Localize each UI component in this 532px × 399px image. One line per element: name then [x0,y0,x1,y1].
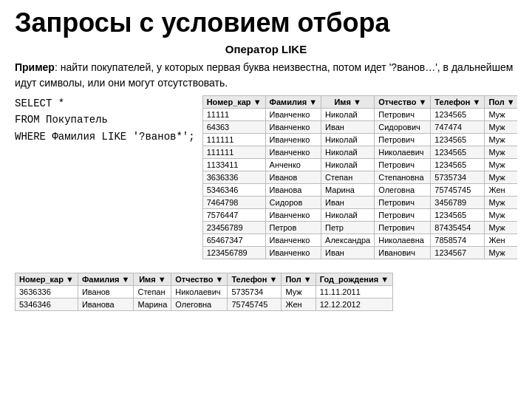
top-table-cell-6-0: 5346346 [202,184,265,197]
code-line-1: SELECT * [15,95,195,112]
table-row: 111111ИванченкоНиколайПетрович1234565Муж… [202,134,517,146]
bottom-table-cell-0-5: Муж [282,286,316,299]
top-table-cell-6-2: Марина [321,184,375,197]
top-table-cell-10-4: 7858574 [431,234,485,247]
table-row: 64363ИванченкоИванСидорович747474Муж03.0… [202,121,517,134]
bottom-table-cell-1-3: Олеговна [171,299,228,311]
top-table-cell-11-3: Иванович [375,247,431,259]
top-table-header-4: Телефон ▼ [431,96,485,109]
top-table-cell-6-3: Олеговна [375,184,431,197]
top-table-cell-10-2: Александра [321,234,375,247]
top-table-cell-3-1: Иванченко [265,146,321,159]
top-table-cell-7-1: Сидоров [265,197,321,209]
top-table-cell-1-0: 64363 [202,121,265,134]
top-table-cell-2-5: Муж [485,134,517,146]
table-row: 111111ИванченкоНиколайНиколаевич1234565М… [202,146,517,159]
top-table-cell-10-1: Иванченко [265,234,321,247]
top-table-cell-6-5: Жен [485,184,517,197]
top-table-cell-7-3: Петрович [375,197,431,209]
top-table-cell-0-3: Петрович [375,109,431,121]
top-table-cell-3-5: Муж [485,146,517,159]
bottom-table-header-1: Фамилия ▼ [78,273,134,286]
top-table-cell-4-3: Петрович [375,159,431,171]
top-table-cell-9-1: Петров [265,222,321,234]
top-table-cell-4-1: Анченко [265,159,321,171]
top-table-cell-8-1: Иванченко [265,209,321,222]
top-table-cell-5-1: Иванов [265,171,321,184]
top-table-cell-7-4: 3456789 [431,197,485,209]
top-table-cell-0-2: Николай [321,109,375,121]
top-table-cell-1-4: 747474 [431,121,485,134]
top-table-cell-3-0: 111111 [202,146,265,159]
table-row: 11111ИванченкоНиколайПетрович1234565Муж0… [202,109,517,121]
top-table-cell-9-2: Петр [321,222,375,234]
top-table-cell-11-1: Иванченко [265,247,321,259]
code-line-3: WHERE Фамилия LIKE '?ванов*'; [15,129,195,145]
top-table-cell-0-5: Муж [485,109,517,121]
bottom-table-cell-0-2: Степан [134,286,171,299]
table-row: 7576447ИванченкоНиколайПетрович1234565Му… [202,209,517,222]
table-row: 1133411АнченкоНиколайПетрович1234565Муж0… [202,159,517,171]
bottom-table: Номер_кар ▼Фамилия ▼Имя ▼Отчество ▼Телеф… [15,273,393,311]
top-table-cell-5-0: 3636336 [202,171,265,184]
top-table-cell-9-4: 87435454 [431,222,485,234]
bottom-table-header-4: Телефон ▼ [228,273,282,286]
operator-label: Оператор LIKE [15,43,517,55]
description-body: : найти покупателей, у которых первая бу… [15,61,513,89]
bottom-table-cell-0-0: 3636336 [16,286,78,299]
bottom-table-cell-1-2: Марина [134,299,171,311]
bottom-section: Номер_кар ▼Фамилия ▼Имя ▼Отчество ▼Телеф… [15,273,517,311]
top-table-cell-3-2: Николай [321,146,375,159]
top-table-cell-7-5: Муж [485,197,517,209]
top-table-cell-9-0: 23456789 [202,222,265,234]
table-row: 3636336ИвановСтепанНиколаевич5735734Муж1… [16,286,393,299]
description-prefix: Пример [15,61,55,73]
bottom-table-header-3: Отчество ▼ [171,273,228,286]
top-table-cell-11-2: Иван [321,247,375,259]
top-table-cell-0-4: 1234565 [431,109,485,121]
bottom-table-cell-0-3: Николаевич [171,286,228,299]
top-table-cell-3-4: 1234565 [431,146,485,159]
top-table-cell-3-3: Николаевич [375,146,431,159]
top-table-cell-2-4: 1234565 [431,134,485,146]
top-table-header-5: Пол ▼ [485,96,517,109]
bottom-table-cell-1-5: Жен [282,299,316,311]
top-table-cell-2-2: Николай [321,134,375,146]
top-table-header-2: Имя ▼ [321,96,375,109]
top-table-cell-4-4: 1234565 [431,159,485,171]
page-title: Запросы с условием отбора [15,7,517,38]
top-table-cell-6-4: 75745745 [431,184,485,197]
bottom-table-header-5: Пол ▼ [282,273,316,286]
top-table-cell-10-5: Жен [485,234,517,247]
top-table-cell-8-2: Николай [321,209,375,222]
top-table-cell-0-1: Иванченко [265,109,321,121]
table-row: 3636336ИвановСтепанСтепановна5735734Муж1… [202,171,517,184]
top-table-cell-8-3: Петрович [375,209,431,222]
top-table-cell-5-5: Муж [485,171,517,184]
code-line-2: FROM Покупатель [15,112,195,128]
description-text: Пример: найти покупателей, у которых пер… [15,60,517,91]
top-table-cell-8-5: Муж [485,209,517,222]
top-table-cell-1-5: Муж [485,121,517,134]
table-row: 65467347ИванченкоАлександраНиколаевна785… [202,234,517,247]
top-table-container: Номер_кар ▼Фамилия ▼Имя ▼Отчество ▼Телеф… [202,95,517,259]
top-table: Номер_кар ▼Фамилия ▼Имя ▼Отчество ▼Телеф… [202,95,517,259]
top-table-header-0: Номер_кар ▼ [202,96,265,109]
top-table-cell-2-1: Иванченко [265,134,321,146]
top-table-cell-1-3: Сидорович [375,121,431,134]
top-table-cell-9-3: Петрович [375,222,431,234]
table-row: 7464798СидоровИванПетрович3456789Муж01.0… [202,197,517,209]
table-row: 23456789ПетровПетрПетрович87435454Муж22.… [202,222,517,234]
top-table-cell-4-5: Муж [485,159,517,171]
top-table-cell-2-0: 111111 [202,134,265,146]
top-table-cell-6-1: Иванова [265,184,321,197]
top-table-cell-5-3: Степановна [375,171,431,184]
table-row: 5346346ИвановаМаринаОлеговна75745745Жен1… [202,184,517,197]
top-table-cell-11-0: 123456789 [202,247,265,259]
top-table-cell-0-0: 11111 [202,109,265,121]
top-table-cell-8-4: 1234565 [431,209,485,222]
top-table-cell-7-0: 7464798 [202,197,265,209]
bottom-table-header-6: Год_рождения ▼ [316,273,392,286]
top-table-cell-4-0: 1133411 [202,159,265,171]
top-table-header-1: Фамилия ▼ [265,96,321,109]
